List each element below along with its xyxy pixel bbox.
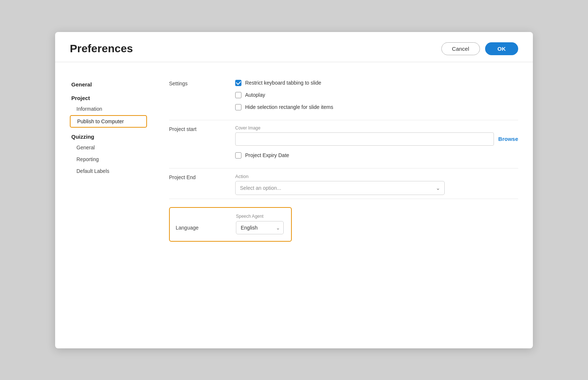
language-label: Language (170, 214, 236, 234)
dialog-header: Preferences Cancel OK (55, 32, 533, 62)
cover-image-row: Browse (235, 132, 518, 146)
preferences-dialog: Preferences Cancel OK General Project In… (55, 32, 533, 348)
project-end-section: Project End Action Select an option... ⌄ (169, 168, 518, 199)
autoplay-row: Autoplay (235, 92, 518, 98)
restrict-keyboard-row: Restrict keyboard tabbing to slide (235, 80, 518, 86)
sidebar-item-default-labels[interactable]: Default Labels (70, 166, 147, 177)
hide-selection-row: Hide selection rectangle for slide items (235, 104, 518, 110)
sidebar-item-information[interactable]: Information (70, 103, 147, 114)
cancel-button[interactable]: Cancel (441, 42, 480, 55)
project-expiry-row: Project Expiry Date (235, 152, 518, 159)
restrict-keyboard-label: Restrict keyboard tabbing to slide (245, 80, 321, 86)
project-end-content: Action Select an option... ⌄ (235, 174, 518, 195)
cover-image-input[interactable] (235, 132, 494, 146)
project-start-content: Cover Image Browse Project Expiry Date (235, 125, 518, 164)
hide-selection-checkbox[interactable] (235, 104, 241, 110)
project-expiry-checkbox[interactable] (235, 152, 241, 159)
sidebar-item-general[interactable]: General (70, 142, 147, 153)
settings-label: Settings (169, 80, 235, 116)
autoplay-label: Autoplay (245, 92, 265, 98)
cover-image-label: Cover Image (235, 125, 518, 131)
speech-agent-select-wrapper: English ⌄ (236, 221, 284, 234)
language-content: Speech Agent English ⌄ (236, 214, 284, 234)
sidebar-section-quizzing: Quizzing (70, 134, 147, 140)
project-end-label: Project End (169, 174, 235, 195)
sidebar-section-general: General (70, 81, 147, 88)
language-section-outer: Language Speech Agent English ⌄ (169, 199, 518, 245)
dialog-body: General Project Information Publish to C… (55, 62, 533, 348)
sidebar-item-reporting[interactable]: Reporting (70, 154, 147, 165)
ok-button[interactable]: OK (485, 42, 519, 55)
action-label: Action (235, 174, 518, 179)
hide-selection-label: Hide selection rectangle for slide items (245, 104, 333, 110)
settings-content: Restrict keyboard tabbing to slide Autop… (235, 80, 518, 116)
project-start-label: Project start (169, 125, 235, 164)
sidebar-section-project: Project (70, 95, 147, 101)
main-content: Settings Restrict keyboard tabbing to sl… (147, 73, 518, 337)
sidebar-item-publish-to-computer[interactable]: Publish to Computer (70, 115, 147, 128)
autoplay-checkbox[interactable] (235, 92, 241, 98)
header-buttons: Cancel OK (441, 42, 518, 55)
action-select[interactable]: Select an option... (235, 181, 445, 195)
project-expiry-label: Project Expiry Date (245, 152, 289, 158)
restrict-keyboard-checkbox[interactable] (235, 80, 241, 86)
speech-agent-select[interactable]: English (236, 221, 284, 234)
action-select-wrapper: Select an option... ⌄ (235, 181, 445, 195)
sidebar: General Project Information Publish to C… (70, 73, 147, 337)
dialog-title: Preferences (70, 42, 133, 55)
settings-section: Settings Restrict keyboard tabbing to sl… (169, 73, 518, 120)
language-box: Language Speech Agent English ⌄ (169, 207, 292, 242)
speech-agent-label: Speech Agent (236, 214, 284, 219)
browse-button[interactable]: Browse (498, 136, 518, 142)
project-start-section: Project start Cover Image Browse Project… (169, 120, 518, 168)
